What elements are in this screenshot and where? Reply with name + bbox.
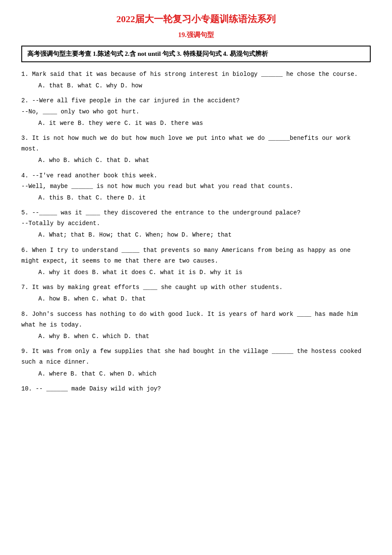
options-8: A. why B. when C. which D. that: [21, 331, 371, 342]
question-9: 9. It was from only a few supplies that …: [21, 346, 371, 379]
questions-container: 1. Mark said that it was because of his …: [21, 69, 371, 394]
question-text-9: 9. It was from only a few supplies that …: [21, 346, 371, 367]
question-text-6: 6. When I try to understand _____ that p…: [21, 245, 371, 266]
question-text-5: 5. --_____ was it ____ they discovered t…: [21, 208, 371, 229]
options-7: A. how B. when C. what D. that: [21, 294, 371, 304]
question-text-8: 8. John's success has nothing to do with…: [21, 309, 371, 330]
question-text-10: 10. -- ______ made Daisy wild with joy?: [21, 384, 371, 394]
question-text-3: 3. It is not how much we do but how much…: [21, 133, 371, 154]
options-4: A. this B. that C. there D. it: [21, 193, 371, 203]
question-text-2: 2. --Were all five people in the car inj…: [21, 95, 371, 117]
question-4: 4. --I've read another book this week.--…: [21, 171, 371, 204]
question-8: 8. John's success has nothing to do with…: [21, 309, 371, 342]
question-text-4: 4. --I've read another book this week.--…: [21, 171, 371, 192]
question-text-1: 1. Mark said that it was because of his …: [21, 69, 371, 80]
options-2: A. it were B. they were C. it was D. the…: [21, 118, 371, 129]
question-10: 10. -- ______ made Daisy wild with joy?: [21, 384, 371, 394]
question-5: 5. --_____ was it ____ they discovered t…: [21, 208, 371, 241]
options-5: A. What; that B. How; that C. When; how …: [21, 230, 371, 240]
question-2: 2. --Were all five people in the car inj…: [21, 95, 371, 129]
question-3: 3. It is not how much we do but how much…: [21, 133, 371, 166]
question-6: 6. When I try to understand _____ that p…: [21, 245, 371, 278]
sub-title: 19.强调句型: [21, 31, 371, 40]
options-6: A. why it does B. what it does C. what i…: [21, 267, 371, 278]
question-7: 7. It was by making great efforts ____ s…: [21, 282, 371, 304]
options-1: A. that B. what C. why D. how: [21, 81, 371, 91]
question-1: 1. Mark said that it was because of his …: [21, 69, 371, 91]
highlight-box: 高考强调句型主要考查 1.陈述句式 2.含 not until 句式 3. 特殊…: [21, 46, 371, 62]
options-3: A. who B. which C. that D. what: [21, 155, 371, 166]
question-text-7: 7. It was by making great efforts ____ s…: [21, 282, 371, 293]
options-9: A. where B. that C. when D. which: [21, 369, 371, 379]
main-title: 2022届大一轮复习小专题训练语法系列: [21, 13, 371, 26]
